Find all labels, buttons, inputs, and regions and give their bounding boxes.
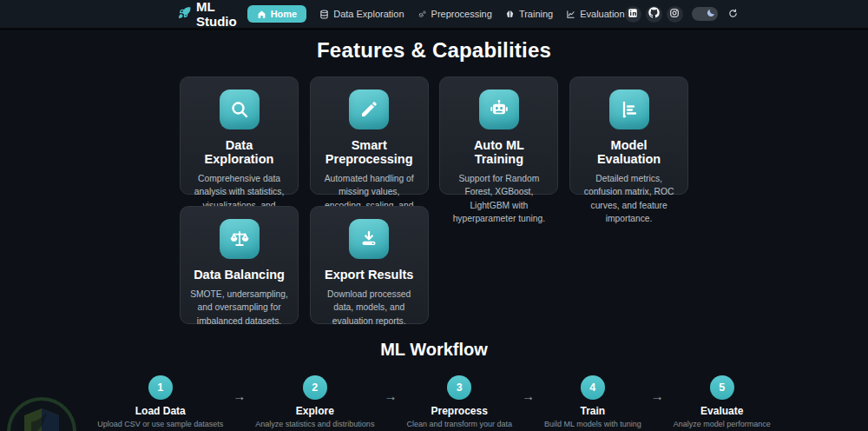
card-title: Data Exploration [189,138,289,166]
feature-card-auto-ml-training: Auto ML Training Support for Random Fore… [439,76,558,195]
nav-item-home[interactable]: Home [247,5,307,23]
card-description: Download processed data, models, and eva… [319,288,419,328]
arrow-right-icon: → [384,388,397,403]
nav-label: Home [271,9,298,19]
workflow-section-title: ML Workflow [0,340,868,360]
feature-card-data-balancing: Data Balancing SMOTE, undersampling, and… [180,206,299,324]
card-title: Model Evaluation [579,138,679,166]
card-title: Export Results [319,268,419,282]
card-title: Smart Preprocessing [319,138,419,166]
brain-icon [505,10,515,19]
linkedin-button[interactable] [625,6,641,23]
chart-bars-icon [609,90,649,129]
step-title: Evaluate [700,405,743,417]
workflow-step-train: 4 Train Build ML models with tuning [544,375,641,428]
moon-icon [706,6,716,22]
nav-label: Training [519,9,553,19]
refresh-button[interactable] [728,6,738,22]
card-title: Auto ML Training [449,138,549,166]
workflow-step-load-data: 1 Load Data Upload CSV or use sample dat… [97,375,223,428]
workflow-steps: 1 Load Data Upload CSV or use sample dat… [0,375,868,428]
arrow-right-icon: → [522,388,535,403]
instagram-icon [669,6,680,22]
step-number-badge: 3 [447,375,471,400]
step-description: Clean and transform your data [406,420,512,428]
nav-label: Data Exploration [333,9,404,19]
home-icon [257,10,266,19]
robot-icon [479,90,519,129]
step-number-badge: 2 [303,375,327,400]
card-description: Detailed metrics, confusion matrix, ROC … [579,172,679,226]
step-title: Explore [296,405,334,417]
search-icon [220,90,260,129]
step-number-badge: 1 [148,375,173,400]
nav-right-controls [625,6,738,23]
feature-card-export-results: Export Results Download processed data, … [310,206,429,324]
nav-item-evaluation[interactable]: Evaluation [566,9,624,19]
refresh-icon [728,6,738,22]
arrow-right-icon: → [651,388,664,403]
step-description: Upload CSV or use sample datasets [97,420,223,428]
feature-card-smart-preprocessing: Smart Preprocessing Automated handling o… [310,76,429,195]
pencil-icon [349,90,389,129]
shield-emblem-watermark [5,393,78,431]
workflow-step-preprocess: 3 Preprocess Clean and transform your da… [406,375,512,428]
workflow-step-explore: 2 Explore Analyze statistics and distrib… [255,375,374,428]
card-description: SMOTE, undersampling, and oversampling f… [189,288,289,328]
workflow-step-evaluate: 5 Evaluate Analyze model performance [674,375,771,428]
nav-label: Preprocessing [431,9,492,19]
step-description: Analyze model performance [674,420,771,428]
top-navbar: ML Studio Home Data [0,0,868,30]
rocket-icon [178,6,191,22]
chart-line-icon [566,10,575,19]
step-number-badge: 4 [581,375,605,400]
scale-icon [220,219,260,259]
card-title: Data Balancing [189,268,289,282]
brand-title: ML Studio [196,0,237,29]
step-title: Train [580,405,605,417]
nav-item-training[interactable]: Training [505,9,553,19]
step-title: Preprocess [431,405,487,417]
step-description: Analyze statistics and distributions [255,420,374,428]
linkedin-icon [628,6,638,22]
brand-logo[interactable]: ML Studio [178,0,237,29]
step-description: Build ML models with tuning [544,420,641,428]
feature-card-data-exploration: Data Exploration Comprehensive data anal… [180,76,299,195]
nav-links: Home Data Exploration [247,5,625,23]
github-button[interactable] [646,6,662,23]
step-number-badge: 5 [710,375,734,400]
nav-label: Evaluation [580,9,624,19]
features-section-title: Features & Capabilities [0,38,868,63]
download-icon [349,219,389,259]
instagram-button[interactable] [667,6,683,23]
step-title: Load Data [135,405,186,417]
feature-cards-grid: Data Exploration Comprehensive data anal… [180,76,689,324]
github-icon [648,6,660,22]
feature-card-model-evaluation: Model Evaluation Detailed metrics, confu… [569,76,688,195]
database-icon [319,10,329,19]
arrow-right-icon: → [233,388,246,403]
theme-toggle[interactable] [692,7,718,21]
gears-icon [418,10,427,19]
nav-item-preprocessing[interactable]: Preprocessing [418,9,492,19]
nav-item-data-exploration[interactable]: Data Exploration [319,9,404,19]
card-description: Support for Random Forest, XGBoost, Ligh… [449,172,549,226]
